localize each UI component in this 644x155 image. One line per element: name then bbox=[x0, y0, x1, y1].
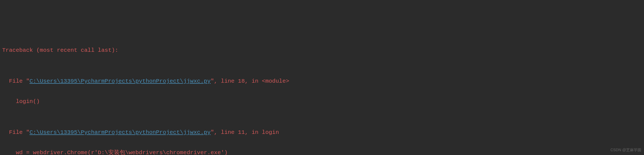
watermark-text: CSDN @芝麻芋圆 bbox=[610, 147, 641, 153]
file-path-link[interactable]: C:\Users\13395\PycharmProjects\pythonPro… bbox=[30, 78, 211, 84]
traceback-frame-location: File "C:\Users\13395\PycharmProjects\pyt… bbox=[2, 76, 642, 86]
file-path-link[interactable]: C:\Users\13395\PycharmProjects\pythonPro… bbox=[30, 129, 211, 135]
traceback-header: Traceback (most recent call last): bbox=[2, 45, 642, 56]
traceback-frame-location: File "C:\Users\13395\PycharmProjects\pyt… bbox=[2, 127, 642, 138]
traceback-code-line: login() bbox=[2, 96, 642, 107]
file-prefix: File " bbox=[9, 78, 30, 84]
traceback-code-line: wd = webdriver.Chrome(r'D:\安装包\webdriver… bbox=[2, 148, 642, 155]
file-suffix: ", line 11, in login bbox=[211, 129, 279, 135]
file-prefix: File " bbox=[9, 129, 30, 135]
file-suffix: ", line 18, in <module> bbox=[211, 78, 289, 84]
